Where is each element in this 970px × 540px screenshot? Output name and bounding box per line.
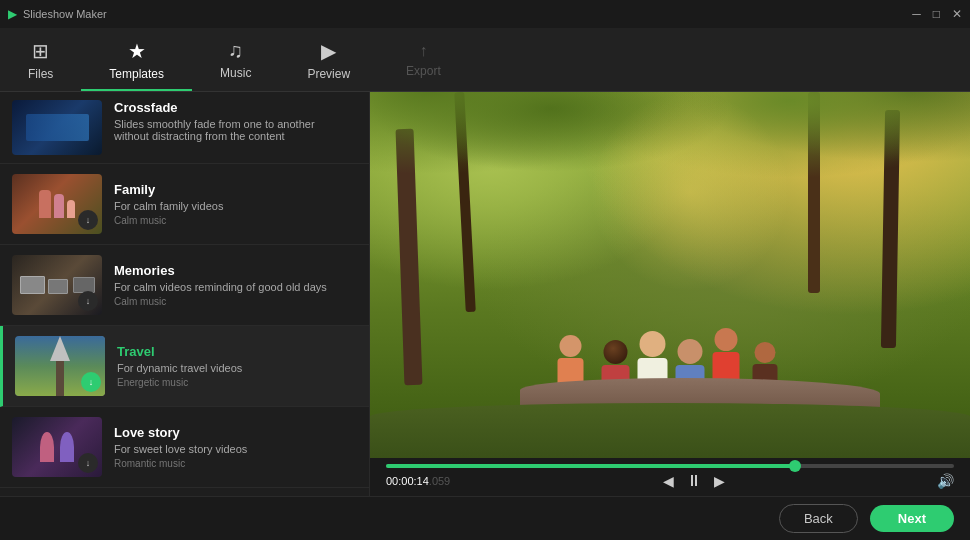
next-button[interactable]: Next [870, 505, 954, 532]
time-current: 00:00:14 [386, 475, 429, 487]
step-forward-button[interactable]: ▶ [714, 473, 725, 489]
progress-knob[interactable] [789, 460, 801, 472]
template-item-family[interactable]: ↓ Family For calm family videos Calm mus… [0, 164, 369, 245]
app-title: Slideshow Maker [23, 8, 107, 20]
family-overlay-icon: ↓ [78, 210, 98, 230]
nav-item-music[interactable]: ♫ Music [192, 28, 279, 91]
nav-item-preview[interactable]: ▶ Preview [279, 28, 378, 91]
travel-overlay-icon: ↓ [81, 372, 101, 392]
nav-label-export: Export [406, 64, 441, 78]
controls-bar: 00:00:14.059 ◀ ⏸ ▶ 🔊 [370, 458, 970, 496]
tree-trunk-3 [808, 92, 820, 293]
progress-fill [386, 464, 795, 468]
memories-thumbnail: ↓ [12, 255, 102, 315]
crossfade-info: Crossfade Slides smoothly fade from one … [114, 100, 357, 145]
memories-overlay-icon: ↓ [78, 291, 98, 311]
nav-item-templates[interactable]: ★ Templates [81, 28, 192, 91]
love-story-desc: For sweet love story videos [114, 443, 357, 455]
step-back-button[interactable]: ◀ [663, 473, 674, 489]
back-button[interactable]: Back [779, 504, 858, 533]
family-desc: For calm family videos [114, 200, 357, 212]
template-item-travel[interactable]: ↓ Travel For dynamic travel videos Energ… [0, 326, 369, 407]
nav-label-preview: Preview [307, 67, 350, 81]
files-icon: ⊞ [32, 39, 49, 63]
time-ms: .059 [429, 475, 450, 487]
nav-item-files[interactable]: ⊞ Files [0, 28, 81, 91]
crossfade-thumbnail [12, 100, 102, 155]
nav-item-export: ↑ Export [378, 28, 469, 91]
crossfade-name: Crossfade [114, 100, 357, 115]
memories-music: Calm music [114, 296, 357, 307]
memories-info: Memories For calm videos reminding of go… [114, 263, 357, 307]
template-item-love-story[interactable]: ↓ Love story For sweet love story videos… [0, 407, 369, 488]
templates-icon: ★ [128, 39, 146, 63]
title-bar: ▶ Slideshow Maker ─ □ ✕ [0, 0, 970, 28]
main-content: Crossfade Slides smoothly fade from one … [0, 92, 970, 496]
sidebar: Crossfade Slides smoothly fade from one … [0, 92, 370, 496]
travel-music: Energetic music [117, 377, 357, 388]
family-music: Calm music [114, 215, 357, 226]
memories-name: Memories [114, 263, 357, 278]
crossfade-desc: Slides smoothly fade from one to another… [114, 118, 357, 142]
close-button[interactable]: ✕ [952, 7, 962, 21]
playback-controls: ◀ ⏸ ▶ [663, 472, 725, 490]
template-item-birthday[interactable]: ↓ Birthday For birthday party videos Upb… [0, 488, 369, 496]
music-icon: ♫ [228, 39, 243, 62]
bottom-bar: Back Next [0, 496, 970, 540]
nav-label-templates: Templates [109, 67, 164, 81]
nav-label-music: Music [220, 66, 251, 80]
app-logo-icon: ▶ [8, 7, 17, 21]
travel-name: Travel [117, 344, 357, 359]
nav-label-files: Files [28, 67, 53, 81]
love-story-info: Love story For sweet love story videos R… [114, 425, 357, 469]
title-bar-controls: ─ □ ✕ [912, 7, 962, 21]
love-story-overlay-icon: ↓ [78, 453, 98, 473]
family-name: Family [114, 182, 357, 197]
top-nav: ⊞ Files ★ Templates ♫ Music ▶ Preview ↑ … [0, 28, 970, 92]
memories-desc: For calm videos reminding of good old da… [114, 281, 357, 293]
travel-info: Travel For dynamic travel videos Energet… [117, 344, 357, 388]
ground [370, 403, 970, 458]
template-item-crossfade[interactable]: Crossfade Slides smoothly fade from one … [0, 92, 369, 164]
love-story-name: Love story [114, 425, 357, 440]
title-bar-left: ▶ Slideshow Maker [8, 7, 107, 21]
friends-scene [370, 92, 970, 458]
maximize-button[interactable]: □ [933, 7, 940, 21]
export-icon: ↑ [419, 42, 427, 60]
love-story-thumbnail: ↓ [12, 417, 102, 477]
progress-bar[interactable] [386, 464, 954, 468]
minimize-button[interactable]: ─ [912, 7, 921, 21]
time-display: 00:00:14.059 [386, 475, 450, 487]
preview-video [370, 92, 970, 458]
pause-button[interactable]: ⏸ [686, 472, 702, 490]
travel-desc: For dynamic travel videos [117, 362, 357, 374]
preview-icon: ▶ [321, 39, 336, 63]
controls-bottom: 00:00:14.059 ◀ ⏸ ▶ 🔊 [386, 472, 954, 490]
preview-area: 00:00:14.059 ◀ ⏸ ▶ 🔊 [370, 92, 970, 496]
love-story-music: Romantic music [114, 458, 357, 469]
volume-button[interactable]: 🔊 [937, 473, 954, 489]
travel-thumbnail: ↓ [15, 336, 105, 396]
family-thumbnail: ↓ [12, 174, 102, 234]
family-info: Family For calm family videos Calm music [114, 182, 357, 226]
template-item-memories[interactable]: ↓ Memories For calm videos reminding of … [0, 245, 369, 326]
